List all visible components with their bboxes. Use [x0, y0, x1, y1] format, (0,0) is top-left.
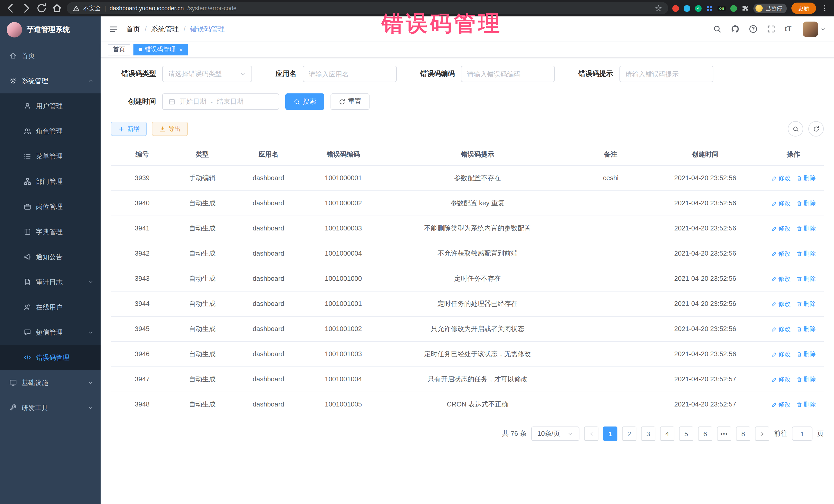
- edit-link[interactable]: 修改: [771, 249, 791, 258]
- sidebar-item[interactable]: 岗位管理: [0, 194, 101, 219]
- cell-id: 3944: [111, 295, 174, 312]
- extension-red-icon[interactable]: [672, 5, 679, 12]
- page-button[interactable]: 1: [603, 426, 617, 441]
- back-icon[interactable]: [5, 3, 17, 14]
- edit-link[interactable]: 修改: [771, 324, 791, 334]
- delete-link[interactable]: 删除: [796, 174, 816, 183]
- type-select[interactable]: 请选择错误码类型: [162, 66, 252, 82]
- close-icon[interactable]: ×: [179, 46, 183, 52]
- page-button[interactable]: 8: [736, 426, 750, 441]
- reset-button[interactable]: 重置: [331, 93, 370, 110]
- sidebar-item[interactable]: 菜单管理: [0, 144, 101, 169]
- sidebar-item[interactable]: 角色管理: [0, 118, 101, 144]
- toggle-search-button[interactable]: [788, 121, 803, 136]
- hamburger-icon[interactable]: [109, 24, 118, 34]
- forward-icon[interactable]: [21, 3, 32, 14]
- extension-check-icon[interactable]: ✓: [695, 5, 702, 12]
- bookmark-star-icon[interactable]: [655, 5, 662, 12]
- edit-link[interactable]: 修改: [771, 199, 791, 208]
- export-button[interactable]: 导出: [152, 122, 188, 136]
- code-input[interactable]: [467, 70, 549, 78]
- edit-link[interactable]: 修改: [771, 375, 791, 384]
- column-header: 应用名: [231, 144, 306, 165]
- reload-icon[interactable]: [36, 3, 47, 14]
- breadcrumb-item[interactable]: 错误码管理: [179, 24, 225, 34]
- chevron-down-icon: [567, 431, 573, 437]
- page-size-select[interactable]: 10条/页: [531, 426, 579, 441]
- date-range-picker[interactable]: 开始日期 - 结束日期: [162, 93, 279, 110]
- add-button[interactable]: 新增: [111, 122, 147, 136]
- sidebar-item[interactable]: 首页: [0, 43, 101, 68]
- org-tree-icon: [24, 178, 31, 185]
- edit-link[interactable]: 修改: [771, 224, 791, 233]
- page-button[interactable]: •••: [717, 426, 731, 441]
- hint-input[interactable]: [626, 70, 707, 78]
- page-button[interactable]: 5: [679, 426, 694, 441]
- breadcrumb-item[interactable]: 系统管理: [140, 24, 179, 34]
- edit-link[interactable]: 修改: [771, 299, 791, 308]
- search-button[interactable]: 搜索: [285, 93, 324, 110]
- page-button[interactable]: 3: [641, 426, 655, 441]
- sidebar-item[interactable]: 基础设施: [0, 370, 101, 395]
- delete-link[interactable]: 删除: [796, 299, 816, 308]
- edit-link[interactable]: 修改: [771, 400, 791, 409]
- question-icon[interactable]: [749, 25, 758, 34]
- cell-type: 自动生成: [174, 245, 231, 262]
- extension-teal-icon[interactable]: [684, 5, 690, 12]
- extensions-puzzle-icon[interactable]: [742, 5, 749, 12]
- delete-link[interactable]: 删除: [796, 249, 816, 258]
- chrome-home-icon[interactable]: [51, 3, 63, 14]
- prev-page-button[interactable]: [584, 426, 598, 441]
- extension-grid-icon[interactable]: [706, 5, 713, 12]
- sidebar-item[interactable]: 错误码管理: [0, 345, 101, 370]
- delete-link[interactable]: 删除: [796, 324, 816, 334]
- page-button[interactable]: 6: [698, 426, 712, 441]
- cell-app: dashboard: [231, 245, 306, 262]
- cell-code: 1001000001: [306, 170, 381, 187]
- fullscreen-icon[interactable]: [767, 25, 775, 34]
- profile-pill[interactable]: 已暂停: [753, 3, 787, 13]
- extension-green-icon[interactable]: [730, 5, 737, 12]
- extension-on-badge[interactable]: on: [718, 5, 726, 11]
- sidebar-item[interactable]: 用户管理: [0, 93, 101, 118]
- address-bar[interactable]: 不安全 | dashboard.yudao.iocoder.cn/system/…: [67, 2, 668, 14]
- delete-link[interactable]: 删除: [796, 375, 816, 384]
- delete-icon: [796, 401, 802, 407]
- update-button[interactable]: 更新: [791, 3, 816, 14]
- sidebar-item[interactable]: 研发工具: [0, 395, 101, 420]
- cell-app: dashboard: [231, 270, 306, 287]
- refresh-table-button[interactable]: [808, 121, 824, 136]
- tab[interactable]: 错误码管理 ×: [133, 44, 188, 55]
- search-icon[interactable]: [713, 25, 722, 34]
- edit-link[interactable]: 修改: [771, 350, 791, 359]
- user-menu[interactable]: [803, 21, 826, 37]
- sidebar-item[interactable]: 字典管理: [0, 219, 101, 244]
- sidebar-item[interactable]: 部门管理: [0, 169, 101, 194]
- page-button[interactable]: 2: [622, 426, 636, 441]
- app-logo[interactable]: 芋道管理系统: [0, 17, 101, 43]
- next-page-button[interactable]: [755, 426, 769, 441]
- font-size-icon[interactable]: tT: [785, 25, 793, 34]
- edit-link[interactable]: 修改: [771, 274, 791, 283]
- sidebar-item[interactable]: 在线用户: [0, 294, 101, 320]
- tab[interactable]: 首页 ×: [108, 44, 130, 55]
- github-icon[interactable]: [731, 25, 740, 34]
- profile-status: 已暂停: [765, 4, 782, 12]
- delete-link[interactable]: 删除: [796, 199, 816, 208]
- sidebar-item[interactable]: 短信管理: [0, 320, 101, 345]
- sidebar-item[interactable]: 系统管理: [0, 68, 101, 93]
- delete-link[interactable]: 删除: [796, 274, 816, 283]
- delete-link[interactable]: 删除: [796, 400, 816, 409]
- sidebar-item[interactable]: 通知公告: [0, 244, 101, 269]
- browser-menu-icon[interactable]: [821, 4, 829, 12]
- delete-link[interactable]: 删除: [796, 224, 816, 233]
- gear-icon: [9, 77, 17, 85]
- page-button[interactable]: 4: [660, 426, 674, 441]
- sidebar-item[interactable]: 审计日志: [0, 269, 101, 294]
- goto-page-input[interactable]: [792, 426, 812, 441]
- cell-remark: [574, 376, 647, 383]
- breadcrumb-item[interactable]: 首页: [126, 24, 140, 34]
- edit-link[interactable]: 修改: [771, 174, 791, 183]
- delete-link[interactable]: 删除: [796, 350, 816, 359]
- app-input[interactable]: [309, 70, 390, 78]
